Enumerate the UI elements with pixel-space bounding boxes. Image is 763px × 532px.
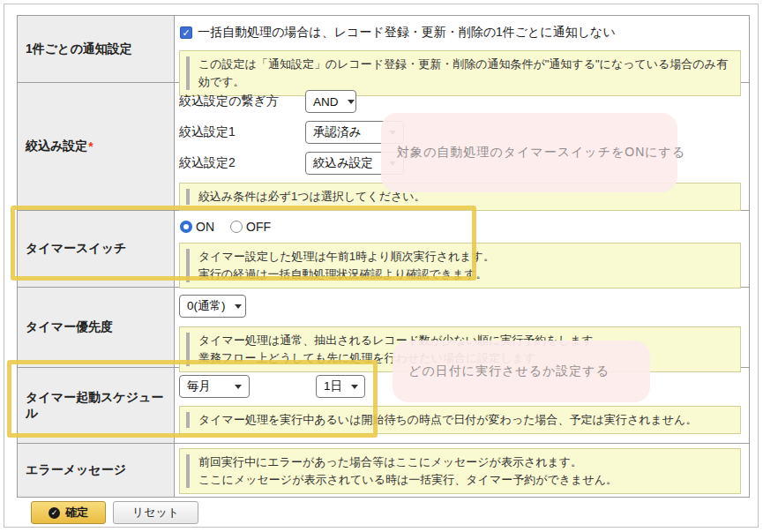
timer-switch-note: タイマー設定した処理は午前1時より順次実行されます。 実行の経過は一括自動処理状…: [179, 243, 741, 288]
row-label-cell: タイマー起動スケジュール: [18, 368, 175, 443]
note-quote-bar: [186, 454, 190, 488]
timer-priority-note-text: タイマー処理は通常、抽出されるレコード数が少ない順に実行予約をします 業務フロー…: [198, 332, 593, 367]
filter-join-select[interactable]: AND: [305, 90, 356, 113]
error-message-note-text: 前回実行中にエラーがあった場合等はここにメッセージが表示されます。 ここにメッセ…: [198, 453, 617, 489]
row-timer-switch: タイマースイッチ ON OFF: [18, 211, 749, 288]
row-label-cell: タイマー優先度: [18, 288, 175, 367]
note-quote-bar: [186, 249, 190, 282]
error-message-note-line1: 前回実行中にエラーがあった場合等はここにメッセージが表示されます。: [198, 453, 617, 471]
timer-priority-note: タイマー処理は通常、抽出されるレコード数が少ない順に実行予約をします 業務フロー…: [179, 326, 741, 372]
schedule-cycle-select[interactable]: 毎月: [179, 375, 250, 398]
select-caret-icon: [235, 385, 242, 389]
timer-schedule-label: タイマー起動スケジュール: [26, 390, 174, 422]
timer-switch-label: タイマースイッチ: [26, 241, 126, 257]
error-message-note: 前回実行中にエラーがあった場合等はここにメッセージが表示されます。 ここにメッセ…: [179, 448, 741, 494]
timer-schedule-note-text: タイマー処理を実行中あるいは開始待ちの時点で日付が変わった場合、予定は実行されま…: [198, 411, 697, 429]
notify-checkbox[interactable]: [180, 26, 192, 39]
required-asterisk: *: [88, 139, 93, 154]
row-content-cell: 一括自動処理の場合は、レコード登録・更新・削除の1件ごとに通知しない この設定は…: [175, 16, 749, 82]
row-content-cell: 毎月 1日 タイマー処理を実行中あるいは開始待ちの時点で日付が変わった場合、予定…: [175, 368, 749, 443]
schedule-day-value: 1日: [324, 378, 342, 394]
settings-table: 1件ごとの通知設定 一括自動処理の場合は、レコード登録・更新・削除の1件ごとに通…: [17, 15, 750, 498]
row-timer-schedule: タイマー起動スケジュール 毎月 1日: [18, 368, 749, 444]
settings-page: 1件ごとの通知設定 一括自動処理の場合は、レコード登録・更新・削除の1件ごとに通…: [0, 0, 763, 532]
check-circle-icon: [49, 507, 60, 519]
row-error-message: エラーメッセージ 前回実行中にエラーがあった場合等はここにメッセージが表示されま…: [18, 444, 749, 497]
reset-button-label: リセット: [132, 505, 179, 521]
select-caret-icon: [348, 100, 355, 104]
settings-panel: 1件ごとの通知設定 一括自動処理の場合は、レコード登録・更新・削除の1件ごとに通…: [4, 4, 759, 528]
select-caret-icon: [351, 385, 358, 389]
timer-switch-note-line2: 実行の経過は一括自動処理状況確認より確認できます。: [198, 266, 495, 283]
row-timer-priority: タイマー優先度 0(通常) タイマー処理は通常、抽出されるレコード数が少ない順に…: [18, 288, 749, 368]
timer-priority-label: タイマー優先度: [26, 319, 113, 335]
filter-join-label: 絞込設定の繋ぎ方: [179, 94, 305, 109]
note-quote-bar: [186, 412, 190, 428]
row-content-cell: ON OFF タイマー設定した処理は午前1時より順次実行されます。 実行の経過は…: [175, 211, 749, 287]
timer-on-label: ON: [196, 220, 214, 234]
timer-schedule-note: タイマー処理を実行中あるいは開始待ちの時点で日付が変わった場合、予定は実行されま…: [179, 406, 741, 434]
schedule-day-select[interactable]: 1日: [316, 375, 365, 398]
notify-setting-label: 1件ごとの通知設定: [26, 41, 132, 57]
timer-switch-note-text: タイマー設定した処理は午前1時より順次実行されます。 実行の経過は一括自動処理状…: [198, 248, 495, 283]
filter2-label: 絞込設定2: [179, 155, 305, 171]
filter1-label: 絞込設定1: [179, 124, 305, 140]
error-message-label: エラーメッセージ: [26, 462, 126, 478]
row-content-cell: 前回実行中にエラーがあった場合等はここにメッセージが表示されます。 ここにメッセ…: [175, 444, 749, 497]
row-content-cell: 絞込設定の繋ぎ方 AND 絞込設定1 承認済み: [175, 83, 749, 210]
row-label-cell: 1件ごとの通知設定: [18, 16, 175, 82]
timer-off-label: OFF: [246, 220, 271, 234]
timer-priority-note-line1: タイマー処理は通常、抽出されるレコード数が少ない順に実行予約をします: [198, 332, 593, 349]
timer-priority-select[interactable]: 0(通常): [179, 295, 246, 318]
filter1-select[interactable]: 承認済み: [305, 121, 404, 144]
row-label-cell: 絞込み設定*: [18, 83, 175, 210]
reset-button[interactable]: リセット: [113, 501, 198, 524]
confirm-button-label: 確定: [65, 505, 88, 521]
filter-join-value: AND: [313, 95, 339, 109]
timer-switch-note-line1: タイマー設定した処理は午前1時より順次実行されます。: [198, 248, 495, 266]
filter1-value: 承認済み: [313, 124, 361, 140]
select-caret-icon: [389, 131, 396, 135]
filter-setting-label: 絞込み設定: [26, 139, 87, 154]
note-quote-bar: [186, 189, 190, 205]
filter-note-text: 絞込み条件は必ず1つは選択してください。: [198, 188, 426, 206]
select-caret-icon: [235, 304, 242, 309]
note-quote-bar: [186, 333, 190, 366]
error-message-note-line2: ここにメッセージが表示されている時は一括実行、タイマー予約ができません。: [198, 471, 617, 489]
row-filter-setting: 絞込み設定* 絞込設定の繋ぎ方 AND 絞込設定1 承認済み: [18, 83, 749, 211]
notify-checkbox-label: 一括自動処理の場合は、レコード登録・更新・削除の1件ごとに通知しない: [198, 25, 616, 41]
row-content-cell: 0(通常) タイマー処理は通常、抽出されるレコード数が少ない順に実行予約をします…: [175, 288, 749, 367]
timer-off-radio[interactable]: [230, 221, 243, 233]
row-notify-setting: 1件ごとの通知設定 一括自動処理の場合は、レコード登録・更新・削除の1件ごとに通…: [18, 16, 749, 83]
timer-priority-value: 0(通常): [187, 298, 226, 314]
row-label-cell: タイマースイッチ: [18, 211, 175, 287]
schedule-cycle-value: 毎月: [187, 378, 211, 394]
select-caret-icon: [389, 161, 396, 166]
timer-priority-note-line2: 業務フロー上どうしても先に処理を行わせたい場合に設定します: [198, 349, 593, 367]
confirm-button[interactable]: 確定: [31, 501, 106, 524]
filter2-value: 絞込み設定: [313, 155, 373, 171]
timer-on-radio[interactable]: [180, 221, 192, 233]
filter2-select[interactable]: 絞込み設定: [305, 152, 404, 175]
action-bar: 確定 リセット: [31, 501, 198, 524]
row-label-cell: エラーメッセージ: [18, 444, 175, 497]
filter-note: 絞込み条件は必ず1つは選択してください。: [179, 183, 741, 211]
